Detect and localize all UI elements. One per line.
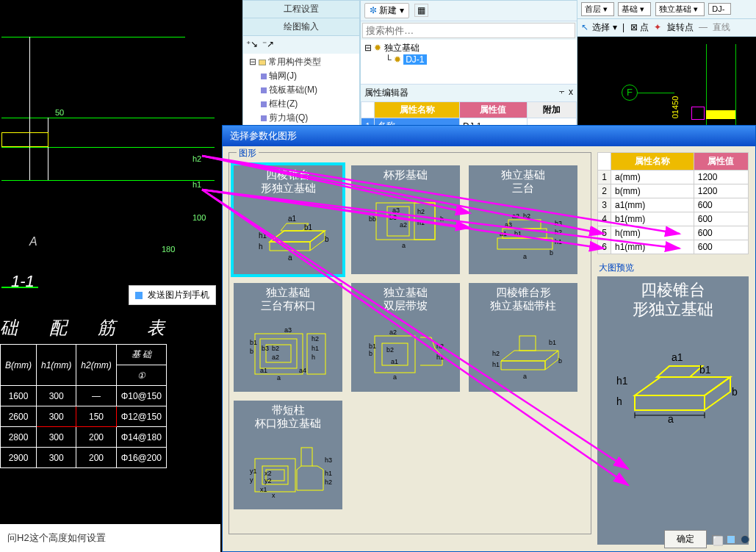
- tree-expand-icon[interactable]: ⁺↘: [246, 39, 258, 49]
- svg-text:b2: b2: [386, 346, 394, 354]
- close-icon[interactable]: x: [569, 87, 573, 97]
- parametric-shape-dialog: 选择参数化图形 图形 四棱锥台 形独立基础 a1 b1 h1: [222, 125, 756, 552]
- aux-icon-2[interactable]: [741, 535, 749, 544]
- svg-text:b1: b1: [514, 230, 522, 237]
- svg-text:b: b: [250, 348, 253, 355]
- col-b: B(mm): [1, 345, 37, 386]
- axis-a: A: [29, 235, 37, 248]
- svg-text:a: a: [668, 413, 674, 425]
- svg-marker-60: [501, 351, 558, 361]
- category-combo[interactable]: 基础 ▾: [618, 2, 651, 16]
- shape-three-step[interactable]: 独立基础 三台 a2b2a1b1h3h2h1aba3: [469, 165, 577, 274]
- instance-tree[interactable]: ⊟ ✹ 独立基础 └ ✹ DJ-1: [361, 40, 577, 84]
- dim-h1: h1: [192, 180, 201, 189]
- toolbar-icon[interactable]: ▦: [414, 4, 428, 17]
- svg-text:h2: h2: [417, 208, 425, 215]
- svg-text:h1: h1: [417, 219, 425, 226]
- svg-marker-84: [705, 377, 730, 410]
- svg-text:b2: b2: [272, 345, 279, 352]
- svg-text:a: a: [523, 253, 527, 260]
- component-tree[interactable]: ⊟ 常用构件类型 轴网(J) 筏板基础(M) 框柱(Z) 剪力墙(Q) 梁(L)…: [243, 54, 359, 135]
- floor-selector-bar: 首层 ▾ 基础 ▾ 独立基础 ▾ DJ-: [577, 0, 756, 19]
- svg-text:x: x: [272, 492, 276, 499]
- svg-text:a3: a3: [284, 326, 292, 334]
- instance-selected[interactable]: DJ-1: [403, 54, 426, 65]
- svg-text:a1: a1: [500, 230, 507, 237]
- svg-rect-23: [508, 220, 541, 229]
- select-button[interactable]: 选择 ▾: [592, 22, 616, 32]
- component-instance-panel: ✼ 新建 ▾ ▦ ⊟ ✹ 独立基础 └ ✹ DJ-1 属性编辑器 ⫟ x 属性名…: [360, 0, 577, 129]
- aux-icon-1[interactable]: [727, 535, 735, 544]
- preview-diagram: a1 b1 h1 h a b: [605, 326, 741, 429]
- new-button[interactable]: ✼ 新建 ▾: [364, 3, 409, 18]
- svg-text:a3: a3: [505, 221, 512, 229]
- shape-grid: 四棱锥台 形独立基础 a1 b1 h1 h a b: [234, 165, 586, 509]
- component-type-panel: 工程设置 绘图输入 ⁺↘ ⁻↗ ⊟ 常用构件类型 轴网(J) 筏板基础(M) 框…: [242, 0, 360, 129]
- shape-short-column-cup[interactable]: 带短柱 杯口独立基础 y1yx2y2xx1h3h1h2: [234, 401, 342, 509]
- dim-100: 100: [192, 213, 206, 222]
- svg-text:b1: b1: [549, 339, 556, 346]
- svg-text:h1: h1: [259, 232, 267, 240]
- shape-diagram: a1 b1 h1 h a b: [244, 198, 332, 271]
- svg-rect-50: [375, 336, 415, 373]
- tree-item-raft[interactable]: 筏板基础(M): [246, 83, 359, 97]
- line-button[interactable]: 直线: [713, 22, 730, 32]
- tree-root[interactable]: ⊟ 常用构件类型: [246, 55, 359, 69]
- rebar-table: 础 配 筋 表 B(mm) h1(mm) h2(mm) 基 础 ① 160030…: [0, 316, 178, 468]
- svg-text:x1: x1: [260, 486, 267, 493]
- send-to-phone-button[interactable]: 发送图片到手机: [129, 285, 216, 305]
- svg-text:b2: b2: [523, 212, 530, 220]
- shape-cup-footing[interactable]: 杯形基础 bbb3a3a2h2h1ha: [351, 165, 460, 274]
- svg-text:b: b: [558, 357, 562, 365]
- ok-button[interactable]: 确定: [664, 530, 707, 548]
- svg-text:b1: b1: [250, 339, 257, 346]
- svg-text:a2: a2: [512, 212, 519, 220]
- svg-text:a1: a1: [288, 215, 297, 223]
- shape-three-step-cup[interactable]: 独立基础 三台有杯口 a3b1bb3b2a2a1h2h1haa4: [234, 283, 342, 392]
- floor-combo[interactable]: 首层 ▾: [581, 2, 614, 16]
- svg-text:a3: a3: [392, 207, 400, 214]
- svg-text:a2: a2: [272, 354, 279, 361]
- pin-icon[interactable]: ⫟: [558, 87, 566, 97]
- cursor-icon: ↖: [581, 22, 588, 32]
- send-label: 发送图片到手机: [148, 290, 209, 300]
- tree-item-grid[interactable]: 轴网(J): [246, 69, 359, 83]
- point-button[interactable]: 点: [640, 22, 649, 32]
- search-input[interactable]: [362, 23, 575, 38]
- svg-text:h2: h2: [555, 229, 562, 236]
- svg-text:a: a: [393, 373, 397, 381]
- name-combo[interactable]: DJ-: [708, 3, 731, 15]
- svg-text:a1: a1: [391, 358, 398, 365]
- svg-text:a: a: [277, 374, 281, 381]
- col-group: 基 础: [116, 345, 166, 365]
- svg-text:y: y: [250, 476, 253, 484]
- svg-text:h2: h2: [325, 478, 332, 486]
- tab-project-settings[interactable]: 工程设置: [243, 1, 359, 18]
- tab-draw-input[interactable]: 绘图输入: [243, 18, 359, 36]
- dim-180: 180: [162, 245, 175, 254]
- shape-pyramid-with-column[interactable]: 四棱锥台形 独立基础带柱 h2h1b1ab: [469, 283, 577, 392]
- section-label: 1-1: [11, 272, 35, 291]
- svg-marker-0: [270, 231, 325, 242]
- svg-text:h: h: [440, 215, 444, 223]
- svg-text:a2: a2: [400, 221, 407, 229]
- svg-text:h1: h1: [312, 345, 319, 352]
- shape-double-slope[interactable]: 独立基础 双层带坡 a2b1bb2a1h2h1a: [351, 283, 460, 392]
- question-text: 问H2这个高度如何设置: [0, 524, 220, 552]
- parameter-table[interactable]: 属性名称属性值 1a(mm)1200 2b(mm)1200 3a1(mm)600…: [597, 152, 749, 254]
- svg-text:h: h: [616, 395, 622, 407]
- svg-text:h1: h1: [616, 375, 628, 387]
- shape-pyramid-footing[interactable]: 四棱锥台 形独立基础 a1 b1 h1 h a b: [234, 165, 342, 274]
- dialog-title: 选择参数化图形: [223, 126, 755, 146]
- svg-text:b: b: [369, 350, 372, 357]
- svg-text:h2: h2: [436, 343, 444, 350]
- tree-item-column[interactable]: 框柱(Z): [246, 97, 359, 111]
- rotate-button[interactable]: 旋转点: [667, 22, 694, 32]
- svg-text:h1: h1: [436, 354, 444, 361]
- tree-collapse-icon[interactable]: ⁻↗: [262, 39, 274, 49]
- type-combo[interactable]: 独立基础 ▾: [655, 2, 705, 16]
- restore-icon[interactable]: ⬜: [712, 535, 721, 544]
- preview-box: 四棱锥台 形独立基础 a1 b1 h1 h a b: [597, 276, 749, 545]
- tree-item-shearwall[interactable]: 剪力墙(Q): [246, 111, 359, 125]
- svg-rect-72: [301, 448, 312, 466]
